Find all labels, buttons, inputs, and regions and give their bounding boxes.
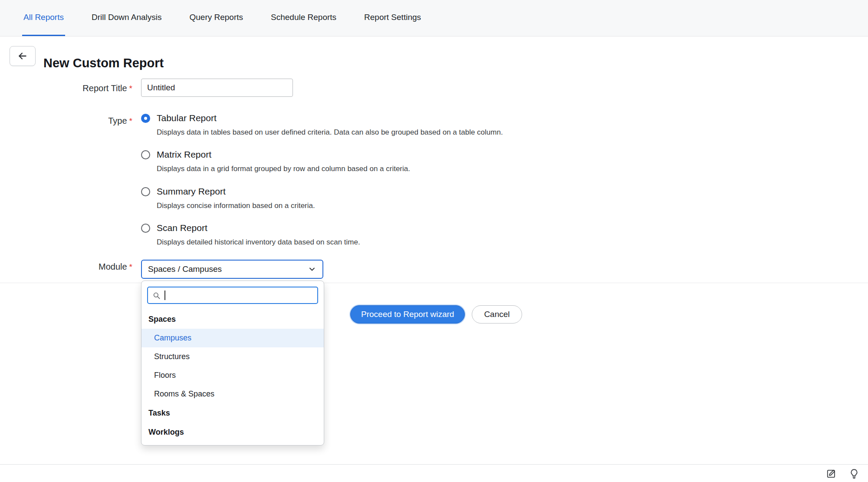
radio-summary-report[interactable]: [141, 187, 150, 196]
type-option-name: Matrix Report: [157, 149, 410, 160]
radio-scan-report[interactable]: [141, 224, 150, 233]
dropdown-group-spaces: Spaces: [141, 310, 324, 329]
dropdown-item-structures[interactable]: Structures: [141, 347, 324, 366]
module-dropdown-panel: Spaces Campuses Structures Floors Rooms …: [141, 281, 324, 446]
text-cursor: [164, 291, 165, 300]
dropdown-item-floors[interactable]: Floors: [141, 366, 324, 385]
dropdown-item-rooms-spaces[interactable]: Rooms & Spaces: [141, 385, 324, 403]
module-select-value: Spaces / Campuses: [148, 264, 222, 274]
tab-all-reports[interactable]: All Reports: [22, 0, 65, 36]
type-option-name: Scan Report: [157, 222, 360, 233]
dropdown-group-tasks[interactable]: Tasks: [141, 403, 324, 423]
form-actions: Proceed to Report wizard Cancel: [350, 305, 522, 324]
type-option-texts: Summary Report Displays concise informat…: [157, 186, 315, 211]
report-type-options: Tabular Report Displays data in tables b…: [141, 112, 575, 259]
type-option-name: Tabular Report: [157, 112, 503, 123]
type-option-description: Displays concise information based on a …: [157, 201, 315, 211]
proceed-to-report-wizard-button[interactable]: Proceed to Report wizard: [350, 305, 465, 324]
left-arrow-icon: [17, 50, 28, 62]
search-icon: [152, 291, 161, 300]
type-option-texts: Scan Report Displays detailed historical…: [157, 222, 360, 247]
module-label: Module*: [0, 262, 132, 272]
feedback-note-icon[interactable]: [825, 468, 838, 480]
required-asterisk: *: [129, 116, 132, 125]
module-label-text: Module: [99, 262, 127, 271]
module-search-box[interactable]: [147, 287, 318, 304]
module-select[interactable]: Spaces / Campuses: [141, 260, 323, 279]
cancel-button[interactable]: Cancel: [472, 305, 522, 324]
type-option-texts: Tabular Report Displays data in tables b…: [157, 112, 503, 137]
type-option-tabular-report[interactable]: Tabular Report Displays data in tables b…: [141, 112, 575, 137]
type-label-text: Type: [108, 116, 127, 125]
footer-divider: [0, 464, 868, 465]
dropdown-group-worklogs[interactable]: Worklogs: [141, 423, 324, 442]
type-option-name: Summary Report: [157, 186, 315, 197]
type-option-texts: Matrix Report Displays data in a grid fo…: [157, 149, 410, 174]
type-option-matrix-report[interactable]: Matrix Report Displays data in a grid fo…: [141, 149, 575, 174]
footer-icons: [825, 468, 860, 480]
module-search-input[interactable]: [168, 291, 313, 300]
radio-matrix-report[interactable]: [141, 150, 150, 159]
chevron-down-icon: [308, 265, 316, 274]
report-title-input[interactable]: [141, 79, 293, 97]
dropdown-item-campuses[interactable]: Campuses: [141, 329, 324, 347]
report-title-label: Report Title*: [0, 83, 132, 93]
tab-schedule-reports[interactable]: Schedule Reports: [270, 0, 338, 36]
type-option-description: Displays detailed historical inventory d…: [157, 238, 360, 247]
idea-bulb-icon[interactable]: [848, 468, 860, 480]
required-asterisk: *: [129, 262, 132, 271]
section-divider: [0, 283, 868, 283]
type-option-description: Displays data in tables based on user de…: [157, 128, 503, 137]
radio-tabular-report[interactable]: [141, 114, 150, 123]
new-custom-report-screen: All Reports Drill Down Analysis Query Re…: [0, 0, 868, 482]
tab-drill-down-analysis[interactable]: Drill Down Analysis: [90, 0, 163, 36]
back-button[interactable]: [10, 46, 36, 66]
page-title: New Custom Report: [43, 56, 164, 70]
type-option-description: Displays data in a grid format grouped b…: [157, 164, 410, 174]
type-option-summary-report[interactable]: Summary Report Displays concise informat…: [141, 186, 575, 211]
tab-query-reports[interactable]: Query Reports: [188, 0, 244, 36]
tab-report-settings[interactable]: Report Settings: [363, 0, 422, 36]
reports-tab-bar: All Reports Drill Down Analysis Query Re…: [0, 0, 868, 36]
type-option-scan-report[interactable]: Scan Report Displays detailed historical…: [141, 222, 575, 247]
report-title-label-text: Report Title: [82, 83, 127, 93]
type-label: Type*: [0, 116, 132, 126]
required-asterisk: *: [129, 84, 132, 93]
